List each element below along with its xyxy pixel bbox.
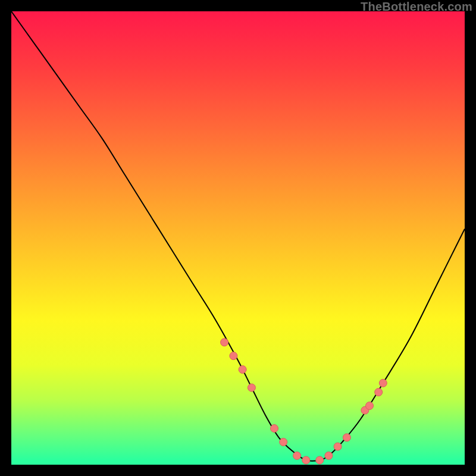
highlight-dot (271, 425, 278, 433)
highlight-dot (302, 456, 310, 464)
highlight-dot (375, 389, 383, 396)
chart-svg (11, 11, 465, 465)
highlight-dot (379, 379, 387, 387)
highlight-dot (325, 452, 333, 459)
watermark-text: TheBottleneck.com (361, 0, 472, 14)
highlight-dot (343, 434, 350, 441)
highlight-dot (230, 352, 237, 360)
highlight-dot (334, 443, 342, 450)
highlight-dot (221, 339, 228, 346)
highlight-dot (280, 438, 287, 446)
highlight-dot (293, 452, 301, 459)
highlight-dot (248, 384, 255, 392)
highlight-dot (316, 456, 324, 464)
highlight-dots (221, 339, 387, 464)
highlight-dot (366, 402, 374, 409)
bottleneck-curve (11, 11, 465, 461)
highlight-dot (239, 366, 246, 374)
